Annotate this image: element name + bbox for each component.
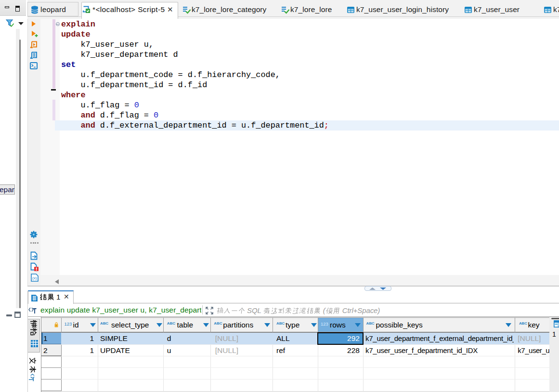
svg-text:(x): (x) [32, 276, 37, 280]
